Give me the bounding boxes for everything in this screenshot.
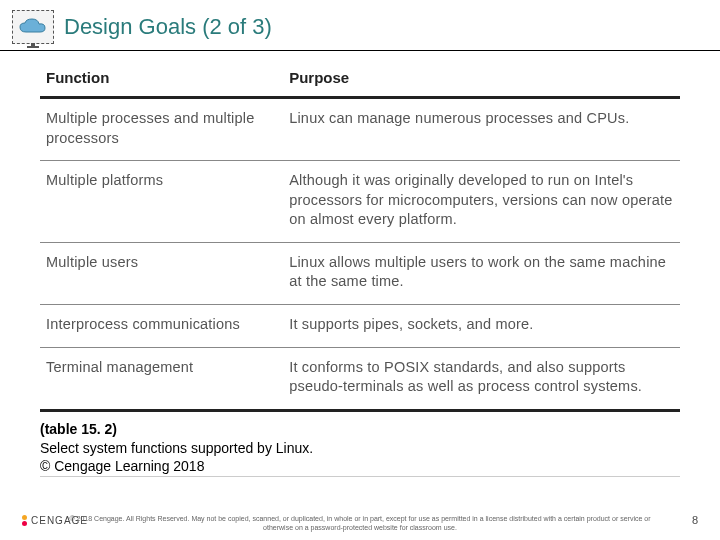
table-row: Multiple users Linux allows multiple use… (40, 242, 680, 304)
slide-header: Design Goals (2 of 3) (0, 0, 720, 51)
table-header-row: Function Purpose (40, 61, 680, 98)
design-goals-table: Function Purpose Multiple processes and … (40, 61, 680, 412)
caption-ref: (table 15. 2) (40, 420, 680, 439)
cell-purpose: Although it was originally developed to … (283, 161, 680, 243)
cell-function: Terminal management (40, 347, 283, 410)
table-row: Terminal management It conforms to POSIX… (40, 347, 680, 410)
page-number: 8 (692, 514, 698, 526)
svg-rect-1 (27, 46, 39, 48)
caption-line2: © Cengage Learning 2018 (40, 457, 680, 476)
cell-function: Multiple platforms (40, 161, 283, 243)
cell-function: Multiple processes and multiple processo… (40, 98, 283, 161)
cell-function: Interprocess communications (40, 304, 283, 347)
cell-function: Multiple users (40, 242, 283, 304)
footer-divider (40, 476, 680, 477)
cloud-monitor-icon (12, 10, 54, 44)
content-table-wrap: Function Purpose Multiple processes and … (0, 51, 720, 412)
footer-copyright: © 2018 Cengage. All Rights Reserved. May… (0, 515, 720, 532)
svg-rect-0 (31, 43, 35, 46)
col-header-purpose: Purpose (283, 61, 680, 98)
table-row: Interprocess communications It supports … (40, 304, 680, 347)
slide-title: Design Goals (2 of 3) (64, 14, 272, 40)
cell-purpose: Linux allows multiple users to work on t… (283, 242, 680, 304)
table-row: Multiple platforms Although it was origi… (40, 161, 680, 243)
caption-line1: Select system functions supported by Lin… (40, 439, 680, 458)
col-header-function: Function (40, 61, 283, 98)
cell-purpose: It conforms to POSIX standards, and also… (283, 347, 680, 410)
cell-purpose: Linux can manage numerous processes and … (283, 98, 680, 161)
table-row: Multiple processes and multiple processo… (40, 98, 680, 161)
cell-purpose: It supports pipes, sockets, and more. (283, 304, 680, 347)
table-caption: (table 15. 2) Select system functions su… (0, 412, 720, 477)
